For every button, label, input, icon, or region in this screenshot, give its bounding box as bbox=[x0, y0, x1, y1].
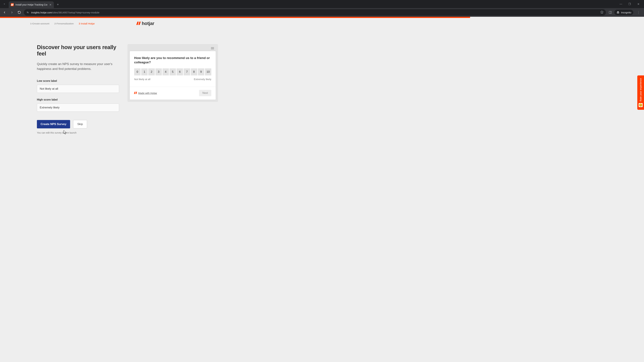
step-install-hotjar: 3 Install Hotjar bbox=[79, 22, 95, 25]
action-buttons: Create NPS Survey Skip bbox=[37, 120, 119, 128]
nps-scale-labels: Not likely at all Extremely likely bbox=[134, 78, 211, 81]
browser-chrome: Install your Hotjar Tracking Cod ✕ + ― ❐… bbox=[0, 0, 644, 17]
made-with-hotjar: Made with Hotjar bbox=[134, 92, 157, 94]
forward-button[interactable] bbox=[9, 9, 15, 15]
incognito-label: Incognito bbox=[621, 11, 631, 14]
nps-option-5[interactable]: 5 bbox=[170, 68, 176, 75]
setup-progress-fill bbox=[0, 17, 470, 18]
survey-next-button[interactable]: Next bbox=[199, 90, 211, 96]
tab-search-dropdown[interactable] bbox=[1, 1, 8, 7]
made-with-hotjar-link[interactable]: Made with Hotjar bbox=[138, 92, 157, 94]
feedback-tab[interactable]: Rate your experience 😊 bbox=[637, 75, 644, 110]
browser-menu-button[interactable]: ⋮ bbox=[636, 10, 641, 15]
svg-rect-2 bbox=[609, 11, 612, 13]
nps-option-9[interactable]: 9 bbox=[198, 68, 204, 75]
edit-hint: You can edit this survey before launch bbox=[37, 131, 119, 134]
skip-button[interactable]: Skip bbox=[73, 120, 87, 128]
tab-strip: Install your Hotjar Tracking Cod ✕ + ― ❐… bbox=[0, 0, 644, 8]
svg-point-0 bbox=[27, 12, 28, 12]
low-score-input[interactable] bbox=[37, 85, 119, 93]
form-column: Discover how your users really feel Quic… bbox=[37, 44, 119, 134]
page-subheading: Quickly create an NPS survey to measure … bbox=[37, 61, 119, 71]
tab-close-button[interactable]: ✕ bbox=[49, 3, 52, 7]
nps-option-7[interactable]: 7 bbox=[184, 68, 190, 75]
svg-point-3 bbox=[617, 12, 618, 13]
hotjar-mark-icon bbox=[137, 22, 140, 25]
high-score-input[interactable] bbox=[37, 104, 119, 112]
address-bar[interactable]: insights.hotjar.com/sites/3814957/setup?… bbox=[24, 9, 606, 15]
main-content: Discover how your users really feel Quic… bbox=[0, 29, 644, 134]
page-content: 1 Create account 2 Personalization 3 Ins… bbox=[0, 17, 644, 362]
svg-rect-5 bbox=[211, 47, 214, 48]
side-panel-icon[interactable] bbox=[608, 11, 612, 14]
site-info-icon[interactable] bbox=[26, 11, 29, 14]
setup-steps: 1 Create account 2 Personalization 3 Ins… bbox=[30, 22, 95, 25]
page-heading: Discover how your users really feel bbox=[37, 44, 119, 57]
window-close-button[interactable]: ✕ bbox=[636, 2, 641, 6]
bookmark-star-icon[interactable] bbox=[600, 10, 604, 14]
window-maximize-button[interactable]: ❐ bbox=[627, 2, 632, 6]
survey-preview: How likely are you to recommend us to a … bbox=[128, 44, 218, 102]
step-create-account: 1 Create account bbox=[30, 22, 49, 25]
survey-question: How likely are you to recommend us to a … bbox=[134, 56, 211, 64]
hotjar-favicon-icon bbox=[11, 3, 14, 6]
browser-tab[interactable]: Install your Hotjar Tracking Cod ✕ bbox=[9, 1, 54, 8]
nps-option-10[interactable]: 10 bbox=[205, 68, 211, 75]
nps-option-3[interactable]: 3 bbox=[156, 68, 162, 75]
window-controls: ― ❐ ✕ bbox=[618, 2, 643, 6]
svg-point-1 bbox=[28, 12, 28, 13]
preview-drag-handle-icon[interactable] bbox=[130, 47, 216, 51]
url-text: insights.hotjar.com/sites/3814957/setup?… bbox=[31, 11, 598, 14]
hotjar-wordmark: hotjar bbox=[142, 21, 154, 26]
browser-toolbar: insights.hotjar.com/sites/3814957/setup?… bbox=[0, 8, 644, 17]
nps-scale: 0 1 2 3 4 5 6 7 8 9 10 bbox=[134, 68, 211, 75]
nps-high-label: Extremely likely bbox=[194, 78, 211, 81]
nps-option-0[interactable]: 0 bbox=[134, 68, 140, 75]
window-minimize-button[interactable]: ― bbox=[618, 2, 623, 6]
feedback-tab-label: Rate your experience bbox=[639, 78, 642, 101]
svg-point-4 bbox=[618, 12, 619, 13]
incognito-badge[interactable]: Incognito bbox=[614, 10, 633, 15]
setup-progress-bar bbox=[0, 17, 644, 18]
hotjar-mark-icon bbox=[134, 92, 137, 94]
survey-footer: Made with Hotjar Next bbox=[130, 87, 216, 99]
nps-low-label: Not likely at all bbox=[134, 78, 150, 81]
back-button[interactable] bbox=[2, 9, 8, 15]
svg-rect-7 bbox=[211, 49, 214, 49]
nps-option-2[interactable]: 2 bbox=[148, 68, 155, 75]
create-nps-survey-button[interactable]: Create NPS Survey bbox=[37, 120, 70, 128]
reload-button[interactable] bbox=[16, 9, 22, 15]
svg-rect-6 bbox=[211, 48, 214, 48]
low-score-label: Low score label bbox=[37, 79, 119, 82]
step-personalization: 2 Personalization bbox=[54, 22, 74, 25]
high-score-label: High score label bbox=[37, 98, 119, 101]
new-tab-button[interactable]: + bbox=[55, 2, 60, 7]
survey-card: How likely are you to recommend us to a … bbox=[130, 51, 216, 99]
tab-title: Install your Hotjar Tracking Cod bbox=[16, 3, 47, 6]
hotjar-logo: hotjar bbox=[137, 21, 154, 26]
nps-option-1[interactable]: 1 bbox=[141, 68, 148, 75]
preview-column: How likely are you to recommend us to a … bbox=[128, 44, 218, 134]
nps-option-4[interactable]: 4 bbox=[162, 68, 169, 75]
feedback-emoji-icon: 😊 bbox=[639, 103, 643, 107]
setup-topbar: 1 Create account 2 Personalization 3 Ins… bbox=[0, 18, 644, 29]
nps-option-8[interactable]: 8 bbox=[191, 68, 197, 75]
nps-option-6[interactable]: 6 bbox=[176, 68, 183, 75]
